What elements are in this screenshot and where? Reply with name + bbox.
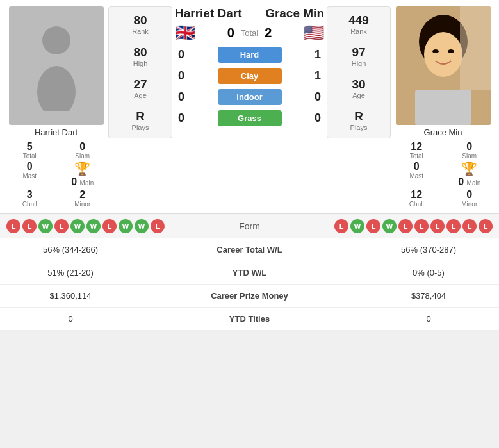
- grass-button[interactable]: Grass: [218, 110, 282, 126]
- indoor-row: 0 Indoor 0: [175, 89, 324, 105]
- silhouette-icon: [31, 21, 82, 111]
- left-player-photo: [9, 6, 104, 125]
- left-ytd-wl: 51% (21-20): [13, 268, 128, 278]
- center-names-row: Harriet Dart Grace Min: [175, 6, 324, 21]
- right-player-col: Grace Min 12 Total 0 Slam 0 Mast 🏆 0: [393, 6, 493, 208]
- right-ytd-titles: 0: [371, 314, 486, 324]
- right-player-name: Grace Min: [424, 128, 462, 137]
- left-slam-stat: 0 Slam: [60, 141, 106, 160]
- form-badge-l: L: [6, 219, 20, 233]
- indoor-button[interactable]: Indoor: [218, 89, 282, 105]
- grass-row: 0 Grass 0: [175, 110, 324, 126]
- career-wl-label: Career Total W/L: [128, 245, 371, 254]
- surfaces-section: 0 Hard 1 0 Clay 1 0 Indoor 0 0 Grass: [175, 47, 324, 126]
- svg-point-1: [37, 66, 76, 111]
- form-badge-l: L: [366, 219, 380, 233]
- trophy-icon-right: 🏆: [461, 161, 477, 176]
- left-player-name: Harriet Dart: [35, 128, 78, 137]
- career-wl-row: 56% (344-266) Career Total W/L 56% (370-…: [0, 238, 499, 261]
- left-rank-block: 80 Rank: [132, 13, 149, 35]
- form-badge-l: L: [430, 219, 445, 233]
- form-badge-l: L: [54, 219, 69, 233]
- right-career-wl: 56% (370-287): [371, 245, 486, 254]
- left-trophy-icon-cell: 0 Mast: [6, 161, 53, 188]
- form-badge-w: W: [38, 219, 53, 233]
- right-minor-stat: 0 Minor: [446, 189, 493, 208]
- stats-rows: 56% (344-266) Career Total W/L 56% (370-…: [0, 238, 499, 331]
- form-badge-l: L: [102, 219, 117, 233]
- trophy-icon-left: 🏆: [74, 161, 90, 176]
- form-badge-l: L: [334, 219, 348, 233]
- ytd-wl-label: YTD W/L: [128, 268, 371, 278]
- right-clay-score: 1: [311, 69, 324, 83]
- form-badge-w: W: [135, 219, 149, 233]
- right-player-stats-grid: 12 Total 0 Slam 0 Mast 🏆 0 Main: [393, 141, 493, 208]
- top-section: Harriet Dart 5 Total 0 Slam 0 Mast 🏆: [0, 0, 499, 208]
- left-player-stats-grid: 5 Total 0 Slam 0 Mast 🏆 0 Main: [6, 141, 106, 208]
- ytd-titles-row: 0 YTD Titles 0: [0, 308, 499, 331]
- left-rank-col: 80 Rank 80 High 27 Age R Plays: [108, 6, 172, 138]
- center-col: Harriet Dart Grace Min 🇬🇧 0 Total 2 🇺🇸 0…: [175, 6, 324, 126]
- left-flag: 🇬🇧: [175, 23, 195, 43]
- left-ytd-titles: 0: [13, 314, 128, 324]
- left-hard-score: 0: [175, 48, 188, 62]
- left-plays-block: R Plays: [132, 110, 149, 131]
- form-badge-w: W: [70, 219, 85, 233]
- svg-point-0: [42, 26, 70, 54]
- clay-row: 0 Clay 1: [175, 68, 324, 84]
- right-rank-block: 449 Rank: [348, 13, 369, 35]
- right-player-name-center: Grace Min: [265, 6, 324, 21]
- form-badge-w: W: [86, 219, 101, 233]
- left-minor-stat: 2 Minor: [60, 189, 106, 208]
- right-indoor-score: 0: [311, 90, 324, 104]
- right-total-stat: 12 Total: [393, 141, 440, 160]
- prize-label: Career Prize Money: [128, 291, 371, 301]
- right-player-photo: [396, 6, 491, 125]
- flags-score-row: 🇬🇧 0 Total 2 🇺🇸: [175, 23, 324, 43]
- right-slam-stat: 0 Slam: [446, 141, 493, 160]
- grace-photo-svg: [396, 6, 491, 125]
- form-badge-l: L: [479, 219, 493, 233]
- right-flag: 🇺🇸: [304, 23, 324, 43]
- left-age-block: 27 Age: [133, 78, 147, 99]
- form-badge-l: L: [22, 219, 37, 233]
- left-chall-stat: 3 Chall: [6, 189, 53, 208]
- hard-button[interactable]: Hard: [218, 47, 282, 63]
- form-badge-l: L: [462, 219, 477, 233]
- left-player-name-center: Harriet Dart: [175, 6, 242, 21]
- right-rank-col: 449 Rank 97 High 30 Age R Plays: [327, 6, 391, 138]
- svg-point-5: [432, 49, 439, 53]
- form-badge-l: L: [446, 219, 461, 233]
- left-form-badges: LLWLWWLWWL: [6, 219, 165, 233]
- clay-button[interactable]: Clay: [218, 68, 282, 84]
- form-badge-w: W: [382, 219, 397, 233]
- right-hard-score: 1: [311, 48, 324, 62]
- right-trophy-row: 🏆 0 Main: [446, 161, 493, 188]
- right-grass-score: 0: [311, 112, 324, 125]
- form-badge-l: L: [414, 219, 429, 233]
- left-prize: $1,360,114: [13, 291, 128, 301]
- left-high-block: 80 High: [133, 46, 148, 67]
- prize-row: $1,360,114 Career Prize Money $378,404: [0, 285, 499, 308]
- form-section: LLWLWWLWWL Form LWLWLLLLLL: [0, 213, 499, 238]
- left-career-wl: 56% (344-266): [13, 245, 128, 254]
- left-grass-score: 0: [175, 112, 188, 125]
- left-indoor-score: 0: [175, 90, 188, 104]
- right-prize: $378,404: [371, 291, 486, 301]
- total-score-center: 0 Total 2: [227, 26, 272, 40]
- form-badge-w: W: [350, 219, 364, 233]
- left-player-col: Harriet Dart 5 Total 0 Slam 0 Mast 🏆: [6, 6, 106, 208]
- right-age-block: 30 Age: [352, 78, 365, 99]
- svg-point-4: [424, 32, 462, 77]
- right-ytd-wl: 0% (0-5): [371, 268, 486, 278]
- svg-rect-7: [415, 90, 471, 125]
- right-chall-stat: 12 Chall: [393, 189, 440, 208]
- hard-row: 0 Hard 1: [175, 47, 324, 63]
- left-trophy-row: 🏆 0 Main: [60, 161, 106, 188]
- form-badge-l: L: [398, 219, 413, 233]
- right-total-score: 2: [265, 26, 272, 40]
- form-label: Form: [224, 221, 275, 231]
- left-clay-score: 0: [175, 69, 188, 83]
- form-badge-w: W: [119, 219, 133, 233]
- right-high-block: 97 High: [352, 46, 366, 67]
